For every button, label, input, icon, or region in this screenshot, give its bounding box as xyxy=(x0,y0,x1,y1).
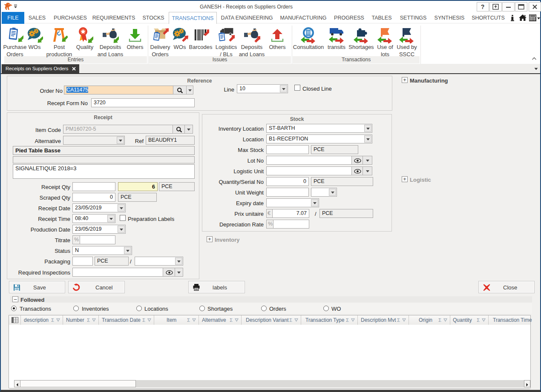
svg-text:?: ? xyxy=(481,3,485,10)
